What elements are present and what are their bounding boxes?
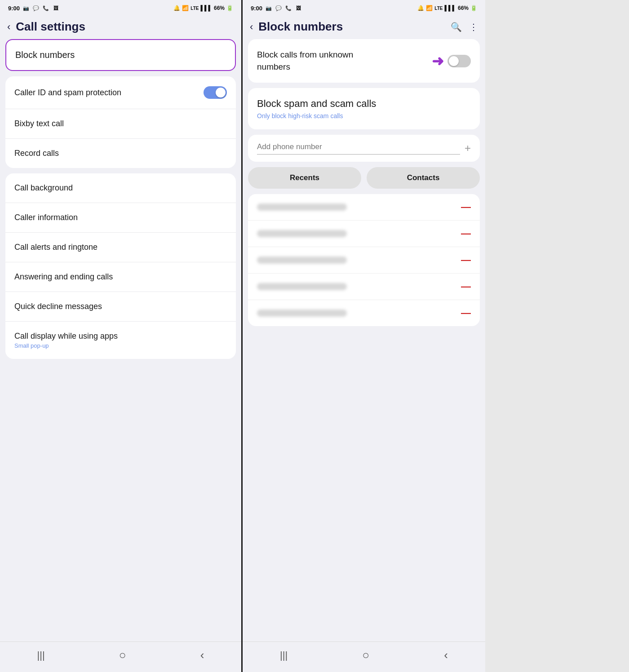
battery-right: 66% <box>458 5 469 11</box>
quick-decline-label: Quick decline messages <box>14 302 102 311</box>
caller-info-item[interactable]: Caller information <box>5 203 236 233</box>
back-button-left[interactable]: ‹ <box>7 21 10 33</box>
time-left: 9:00 <box>8 5 20 12</box>
right-phone-panel: 9:00 📷 💬 📞 🖼 🔔 📶 LTE ▌▌▌ 66% 🔋 ‹ Block n… <box>243 0 485 672</box>
add-number-plus-button[interactable]: + <box>465 142 471 155</box>
filter-buttons: Recents Contacts <box>248 167 480 189</box>
signal-icon-r: ▌▌▌ <box>444 5 456 11</box>
record-calls-item[interactable]: Record calls <box>5 139 236 168</box>
contacts-filter-button[interactable]: Contacts <box>367 167 480 189</box>
signal-icon: ▌▌▌ <box>200 5 212 11</box>
call-background-label: Call background <box>14 183 73 193</box>
settings-card-2: Call background Caller information Call … <box>5 173 236 359</box>
status-right-right: 🔔 📶 LTE ▌▌▌ 66% 🔋 <box>417 5 477 11</box>
lte-icon-r: LTE <box>434 6 443 11</box>
record-calls-label: Record calls <box>14 149 59 158</box>
instagram-icon: 📷 <box>22 4 30 12</box>
block-unknown-toggle-knob <box>449 56 459 66</box>
back-button-right[interactable]: ‹ <box>250 21 253 33</box>
right-bottom-nav: ||| ○ ‹ <box>243 641 485 672</box>
caller-id-item[interactable]: Caller ID and spam protection <box>5 76 236 109</box>
block-spam-title: Block spam and scam calls <box>257 98 471 110</box>
lte-icon: LTE <box>190 6 199 11</box>
quick-decline-item[interactable]: Quick decline messages <box>5 292 236 322</box>
block-numbers-item[interactable]: Block numbers <box>5 39 236 71</box>
search-icon[interactable]: 🔍 <box>451 22 462 32</box>
more-options-icon[interactable]: ⋮ <box>469 22 478 32</box>
right-status-bar: 9:00 📷 💬 📞 🖼 🔔 📶 LTE ▌▌▌ 66% 🔋 <box>243 0 485 14</box>
left-scroll-content: Block numbers Caller ID and spam protect… <box>0 39 241 641</box>
call-display-sublabel: Small pop-up <box>14 342 118 349</box>
block-numbers-label: Block numbers <box>15 50 75 60</box>
bixby-item[interactable]: Bixby text call <box>5 109 236 139</box>
left-status-bar: 9:00 📷 💬 📞 🖼 🔔 📶 LTE ▌▌▌ 66% 🔋 <box>0 0 241 14</box>
battery-left: 66% <box>214 5 225 11</box>
remove-button-1[interactable]: — <box>461 202 471 212</box>
blurred-number-2 <box>257 230 347 237</box>
call-background-item[interactable]: Call background <box>5 173 236 203</box>
instagram-icon-r: 📷 <box>265 4 272 12</box>
msg-icon-r: 💬 <box>275 4 282 12</box>
block-spam-subtitle: Only block high-risk scam calls <box>257 112 471 119</box>
purple-arrow-icon: ➜ <box>432 53 444 70</box>
page-title-left: Call settings <box>16 20 234 34</box>
caller-id-toggle-knob <box>216 88 226 97</box>
caller-info-label: Caller information <box>14 213 78 222</box>
caller-id-label: Caller ID and spam protection <box>14 88 121 97</box>
phone-icon-status: 📞 <box>42 4 49 12</box>
call-display-item[interactable]: Call display while using apps Small pop-… <box>5 322 236 359</box>
answering-item[interactable]: Answering and ending calls <box>5 262 236 292</box>
settings-card-1: Caller ID and spam protection Bixby text… <box>5 76 236 168</box>
table-row: — <box>248 274 480 300</box>
home-icon-right[interactable]: ○ <box>362 648 369 662</box>
recent-apps-icon-right[interactable]: ||| <box>280 650 288 661</box>
remove-button-5[interactable]: — <box>461 308 471 318</box>
table-row: — <box>248 194 480 221</box>
call-alerts-label: Call alerts and ringtone <box>14 243 97 252</box>
table-row: — <box>248 300 480 326</box>
blurred-number-4 <box>257 283 347 290</box>
remove-button-3[interactable]: — <box>461 255 471 265</box>
block-unknown-toggle[interactable] <box>447 55 471 67</box>
gallery-icon-r: 🖼 <box>295 4 302 12</box>
remove-button-4[interactable]: — <box>461 282 471 292</box>
left-bottom-nav: ||| ○ ‹ <box>0 641 241 672</box>
back-icon-left[interactable]: ‹ <box>200 648 204 662</box>
arrow-toggle-wrapper: ➜ <box>432 53 471 70</box>
time-right: 9:00 <box>251 5 262 12</box>
nav-icons-right: 🔍 ⋮ <box>451 22 478 32</box>
block-unknown-label: Block calls from unknown numbers <box>257 49 369 73</box>
alarm-icon-r: 🔔 <box>417 5 424 11</box>
phone-icon-status-r: 📞 <box>285 4 292 12</box>
blurred-number-3 <box>257 256 347 264</box>
table-row: — <box>248 247 480 274</box>
block-spam-section[interactable]: Block spam and scam calls Only block hig… <box>248 88 480 129</box>
recent-apps-icon-left[interactable]: ||| <box>37 650 45 661</box>
blurred-number-5 <box>257 309 347 317</box>
alarm-icon: 🔔 <box>173 5 180 11</box>
left-phone-panel: 9:00 📷 💬 📞 🖼 🔔 📶 LTE ▌▌▌ 66% 🔋 ‹ Call se… <box>0 0 243 672</box>
page-title-right: Block numbers <box>258 20 445 34</box>
battery-icon-right: 🔋 <box>470 5 477 11</box>
back-icon-right[interactable]: ‹ <box>444 648 448 662</box>
home-icon-left[interactable]: ○ <box>119 648 126 662</box>
recents-filter-button[interactable]: Recents <box>248 167 361 189</box>
status-right-left: 🔔 📶 LTE ▌▌▌ 66% 🔋 <box>173 5 233 11</box>
battery-icon-left: 🔋 <box>226 5 233 11</box>
answering-label: Answering and ending calls <box>14 272 113 282</box>
msg-icon: 💬 <box>32 4 40 12</box>
wifi-icon-r: 📶 <box>426 5 433 11</box>
status-time-right: 9:00 📷 💬 📞 🖼 <box>251 4 302 12</box>
status-time-left: 9:00 📷 💬 📞 🖼 <box>8 4 59 12</box>
add-number-input[interactable] <box>257 142 460 155</box>
caller-id-toggle[interactable] <box>204 86 227 99</box>
table-row: — <box>248 221 480 247</box>
gallery-icon: 🖼 <box>52 4 59 12</box>
remove-button-2[interactable]: — <box>461 229 471 239</box>
blocked-numbers-list: — — — — — <box>248 194 480 326</box>
call-alerts-item[interactable]: Call alerts and ringtone <box>5 233 236 262</box>
wifi-icon: 📶 <box>182 5 189 11</box>
block-unknown-section: Block calls from unknown numbers ➜ <box>248 39 480 83</box>
blurred-number-1 <box>257 203 347 211</box>
right-scroll-content: Block calls from unknown numbers ➜ Block… <box>243 39 485 641</box>
